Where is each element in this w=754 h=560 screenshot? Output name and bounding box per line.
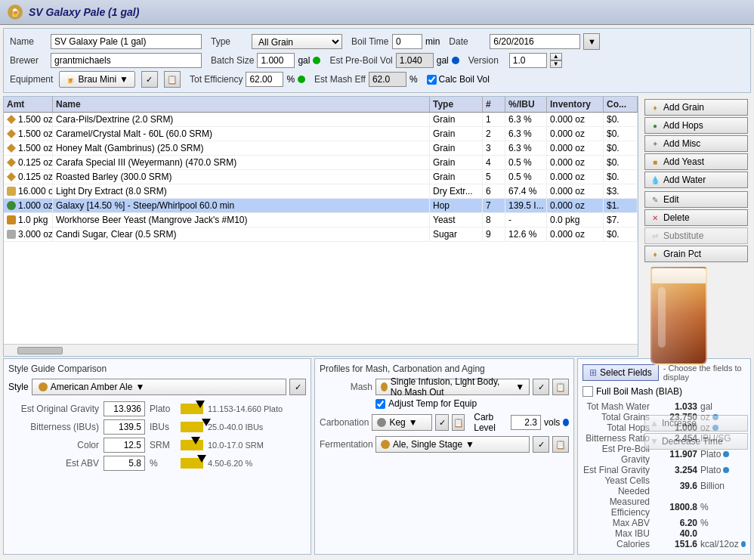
equipment-check-button[interactable]: ✓ bbox=[141, 71, 158, 88]
table-row[interactable]: 1.0 pkg Workhorse Beer Yeast (Mangrove J… bbox=[4, 213, 638, 227]
version-spinner: ▲ ▼ bbox=[550, 53, 562, 68]
increase-time-icon: ▲ bbox=[650, 418, 659, 429]
stat-value: 39.6 bbox=[656, 481, 697, 491]
mash-edit-button[interactable]: 📋 bbox=[552, 379, 569, 395]
stat-label: Yeast Cells Needed bbox=[582, 475, 653, 497]
brewer-input[interactable] bbox=[51, 53, 202, 68]
carbonation-select[interactable]: Keg ▼ bbox=[372, 414, 432, 431]
version-up-button[interactable]: ▲ bbox=[550, 53, 562, 60]
calc-boil-vol-checkbox[interactable] bbox=[427, 75, 437, 85]
table-row[interactable]: 16.000 oz Light Dry Extract (8.0 SRM) Dr… bbox=[4, 184, 638, 199]
table-row[interactable]: 1.500 oz Caramel/Crystal Malt - 60L (60.… bbox=[4, 127, 638, 141]
equipment-edit-button[interactable]: 📋 bbox=[164, 71, 181, 88]
td-type: Sugar bbox=[430, 227, 483, 241]
adjust-temp-checkbox[interactable] bbox=[375, 399, 385, 409]
stat-value: 151.6 bbox=[656, 539, 697, 549]
batch-size-input[interactable] bbox=[257, 53, 295, 68]
add-yeast-button[interactable]: ■ Add Yeast bbox=[644, 153, 748, 170]
table-row[interactable]: 3.000 oz Candi Sugar, Clear (0.5 SRM) Su… bbox=[4, 227, 638, 242]
table-row[interactable]: 0.125 oz Roasted Barley (300.0 SRM) Grai… bbox=[4, 170, 638, 184]
add-misc-icon: ✦ bbox=[650, 138, 660, 149]
pre-boil-indicator bbox=[452, 57, 459, 64]
carb-edit-button[interactable]: 📋 bbox=[452, 414, 465, 431]
horizontal-scrollbar[interactable] bbox=[4, 344, 638, 356]
tot-efficiency-row: Tot Efficiency % bbox=[190, 72, 305, 87]
add-hops-button[interactable]: ● Add Hops bbox=[644, 117, 748, 134]
ferm-check-button[interactable]: ✓ bbox=[533, 436, 549, 453]
decrease-time-button[interactable]: ▼ Decrease Time bbox=[644, 433, 748, 450]
stat-dot bbox=[741, 541, 746, 547]
biab-checkbox[interactable] bbox=[582, 386, 593, 397]
carb-level-input[interactable] bbox=[511, 415, 541, 430]
bar-yellow-left bbox=[181, 440, 192, 450]
stat-label: Tot Mash Water bbox=[582, 401, 653, 412]
tot-efficiency-input[interactable] bbox=[246, 72, 283, 87]
increase-time-button[interactable]: ▲ Increase bbox=[644, 415, 748, 432]
fermentation-profile-row: Fermentation Ale, Single Stage ▼ ✓ 📋 bbox=[320, 436, 569, 453]
biab-row: Full Boil Mash (BIAB) bbox=[582, 386, 746, 397]
stat-row: Yeast Cells Needed 39.6 Billion bbox=[582, 475, 746, 497]
metric-value[interactable] bbox=[104, 456, 145, 471]
stat-unit: % bbox=[700, 518, 746, 528]
td-ibu: 139.5 I... bbox=[505, 199, 547, 212]
edit-button[interactable]: ✎ Edit bbox=[644, 191, 748, 208]
td-amt: 1.500 oz bbox=[4, 141, 53, 155]
add-grain-button[interactable]: ♦ Add Grain bbox=[644, 99, 748, 116]
version-input[interactable] bbox=[509, 53, 547, 68]
row-icon bbox=[7, 201, 16, 210]
boil-time-unit: min bbox=[425, 36, 440, 47]
date-group: Date ▼ bbox=[449, 33, 600, 50]
version-down-button[interactable]: ▼ bbox=[550, 60, 562, 68]
th-num: # bbox=[483, 97, 505, 112]
metric-value[interactable] bbox=[104, 438, 145, 453]
td-ibu: - bbox=[505, 213, 547, 227]
td-cost: $0. bbox=[604, 141, 638, 155]
scroll-thumb[interactable] bbox=[17, 347, 63, 354]
carb-level-indicator bbox=[563, 419, 569, 426]
type-select[interactable]: All Grain Extract Partial Mash BIAB bbox=[252, 34, 342, 49]
date-picker-button[interactable]: ▼ bbox=[583, 33, 600, 50]
type-label: Type bbox=[211, 36, 249, 47]
mash-check-button[interactable]: ✓ bbox=[533, 379, 549, 395]
stat-label: Est Final Gravity bbox=[582, 465, 653, 475]
fermentation-select[interactable]: Ale, Single Stage ▼ bbox=[375, 436, 530, 453]
metric-value[interactable] bbox=[104, 401, 145, 416]
ferm-edit-button[interactable]: 📋 bbox=[552, 436, 569, 453]
style-check-button[interactable]: ✓ bbox=[289, 379, 306, 395]
carb-check-button[interactable]: ✓ bbox=[435, 414, 448, 431]
style-select[interactable]: American Amber Ale ▼ bbox=[32, 379, 286, 395]
mash-icon bbox=[381, 382, 388, 391]
delete-button[interactable]: ✕ Delete bbox=[644, 209, 748, 226]
date-input[interactable] bbox=[490, 34, 580, 49]
add-water-button[interactable]: 💧 Add Water bbox=[644, 172, 748, 188]
add-misc-button[interactable]: ✦ Add Misc bbox=[644, 135, 748, 152]
stat-unit: gal bbox=[700, 401, 746, 412]
table-row[interactable]: 1.000 oz Galaxy [14.50 %] - Steep/Whirlp… bbox=[4, 199, 638, 213]
td-inv: 0.000 oz bbox=[547, 227, 604, 241]
stat-label: Est Pre-Boil Gravity bbox=[582, 444, 653, 465]
mash-label: Mash bbox=[320, 382, 372, 392]
version-label: Version bbox=[468, 55, 506, 66]
equipment-select[interactable]: 🍺 Brau Mini ▼ bbox=[59, 71, 135, 88]
td-name: Honey Malt (Gambrinus) (25.0 SRM) bbox=[53, 141, 430, 155]
td-type: Hop bbox=[430, 199, 483, 212]
bar-marker bbox=[191, 437, 200, 444]
table-row[interactable]: 0.125 oz Carafa Special III (Weyermann) … bbox=[4, 156, 638, 170]
td-ibu: 0.5 % bbox=[505, 170, 547, 184]
carbonation-value: Keg bbox=[389, 417, 405, 428]
stat-row: Max IBU 40.0 bbox=[582, 528, 746, 539]
td-num: 4 bbox=[483, 156, 505, 169]
mash-select[interactable]: Single Infusion, Light Body, No Mash Out… bbox=[375, 379, 530, 395]
stat-row: Max ABV 6.20 % bbox=[582, 518, 746, 528]
select-fields-button[interactable]: ⊞ Select Fields bbox=[582, 364, 659, 381]
carb-level-unit: vols bbox=[544, 417, 560, 428]
style-label: Style bbox=[8, 382, 29, 392]
grain-pct-button[interactable]: ♦ Grain Pct bbox=[644, 246, 748, 262]
table-row[interactable]: 1.500 oz Honey Malt (Gambrinus) (25.0 SR… bbox=[4, 141, 638, 156]
metric-value[interactable] bbox=[104, 419, 145, 435]
td-inv: 0.000 oz bbox=[547, 141, 604, 155]
boil-time-input[interactable] bbox=[392, 34, 422, 49]
name-input[interactable] bbox=[51, 34, 202, 49]
table-row[interactable]: 1.500 oz Cara-Pils/Dextrine (2.0 SRM) Gr… bbox=[4, 113, 638, 127]
substitute-button[interactable]: ⇄ Substitute bbox=[644, 227, 748, 244]
